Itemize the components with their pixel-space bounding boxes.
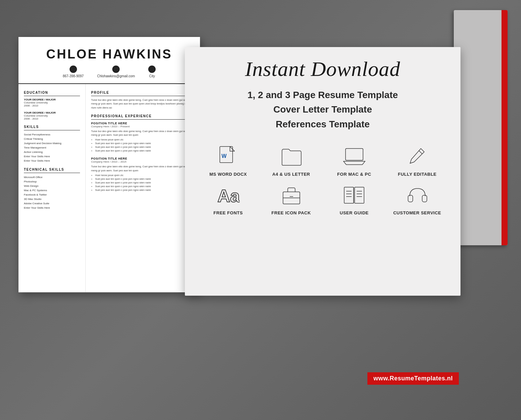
skill-2: Critical Thinking (24, 137, 80, 141)
svg-rect-19 (422, 195, 427, 202)
technical-skills-title: TECHNICAL SKILLS (24, 168, 80, 173)
svg-rect-9 (344, 187, 354, 203)
job-2-company: Company Here / 2010 – 2015 (91, 160, 195, 163)
resume-header: CHLOE HAWKINS 867-398-9097 Chlohawkins@ (18, 37, 200, 84)
feature-line-2: Cover Letter Template (247, 102, 398, 117)
job-1-company: Company Here / 2010 – Present (91, 125, 195, 128)
notebook-decoration (454, 10, 508, 245)
edu-degree-1: YOUR DEGREE / MAJOR (24, 98, 80, 101)
laptop-icon (343, 145, 366, 168)
job-2-bullet-2: Suei peo aue len quen c pvw pon ngno wie… (95, 177, 195, 180)
professional-exp-title: PROFESSIONAL EXPERIENCE (91, 114, 195, 120)
icon-a4-us: A4 & US LETTER (262, 145, 321, 177)
job-1-bullet-4: Suei peo aue len quen c pvw pon ngno wie… (95, 149, 195, 152)
resume-right-column: PROFILE Tuioe bui deo gine laien eito do… (86, 84, 200, 292)
edu-years-2: 2006 - 2010 (24, 117, 80, 120)
tech-skill-4: Mac & PC Systems (24, 188, 80, 193)
tech-skill-7: Adobe Creative Suite (24, 201, 80, 206)
education-section: EDUCATION YOUR DEGREE / MAJOR Columbia U… (24, 91, 80, 120)
icon-editable: FULLY EDITABLE (388, 145, 447, 177)
job-1-title: POSITION TITLE HERE (91, 122, 195, 125)
professional-exp-section: PROFESSIONAL EXPERIENCE POSITION TITLE H… (91, 114, 195, 192)
job-1-bullet-2: Suei peo aue len quen c pvw pon ngno wie… (95, 142, 195, 145)
tech-skill-6: 3D Max Studio (24, 197, 80, 201)
edu-degree-2: YOUR DEGREE / MAJOR (24, 111, 80, 114)
tech-skill-2: Photoshop (24, 179, 80, 184)
user-guide-label: USER GUIDE (340, 210, 369, 215)
guide-icon (343, 183, 366, 207)
skill-4: Time Management (24, 145, 80, 150)
svg-rect-18 (408, 195, 413, 202)
job-1-bullet-1: Huer keow poue qven zic (95, 138, 195, 141)
contact-email: Chlohawkins@gmail.com (97, 66, 135, 78)
svg-point-1 (152, 69, 153, 70)
resume-document: CHLOE HAWKINS 867-398-9097 Chlohawkins@ (18, 37, 200, 292)
folder-icon (279, 145, 303, 168)
notebook-red-strip (502, 10, 508, 245)
skill-5: Active Listening (24, 150, 80, 154)
svg-rect-10 (355, 187, 364, 203)
skills-section: SKILLS Social Perceptiveness Critical Th… (24, 125, 80, 163)
skills-list: Social Perceptiveness Critical Thinking … (24, 132, 80, 163)
svg-rect-4 (346, 149, 363, 160)
customer-service-label: CUSTOMER SERVICE (393, 210, 441, 215)
job-2-desc: Tuioe bui deo gine laien eito doie goine… (91, 165, 195, 172)
phone-icon (70, 66, 77, 73)
feature-line-1: 1, 2 and 3 Page Resume Template (247, 88, 398, 102)
technical-skills-list: Microsoft Office Photoshop Web Design Ma… (24, 175, 80, 210)
job-2-bullet-4: Suei peo aue len quen c pvw pon ngno wie… (95, 185, 195, 188)
profile-title: PROFILE (91, 91, 195, 96)
resume-name: CHLOE HAWKINS (29, 47, 190, 61)
email-icon (112, 66, 120, 73)
contact-location: City (148, 66, 156, 78)
iconpack-icon (279, 183, 303, 207)
word-label: MS WORD DOCX (209, 172, 247, 177)
edu-school-1: Columbia University (24, 101, 80, 104)
resume-body: EDUCATION YOUR DEGREE / MAJOR Columbia U… (18, 84, 200, 292)
fonts-label: FREE FONTS (213, 210, 243, 215)
profile-section: PROFILE Tuioe bui deo gine laien eito do… (91, 91, 195, 110)
features-text: 1, 2 and 3 Page Resume Template Cover Le… (247, 88, 398, 131)
location-icon (148, 66, 156, 73)
tech-skill-3: Web Design (24, 184, 80, 188)
resume-contact: 867-398-9097 Chlohawkins@gmail.com (29, 66, 190, 78)
icon-mac-pc: FOR MAC & PC (324, 145, 384, 177)
svg-text:W: W (222, 153, 227, 159)
skill-7: Enter Your Skills Here (24, 159, 80, 163)
feature-line-3: References Template (247, 117, 398, 131)
info-card: Instant Download 1, 2 and 3 Page Resume … (185, 47, 460, 296)
website-badge: www.ResumeTemplates.nl (367, 372, 459, 385)
edu-school-2: Columbia University (24, 114, 80, 117)
education-title: EDUCATION (24, 91, 80, 96)
edu-entry-1: YOUR DEGREE / MAJOR Columbia University … (24, 98, 80, 107)
editable-label: FULLY EDITABLE (398, 172, 437, 177)
mac-pc-label: FOR MAC & PC (337, 172, 371, 177)
tech-skill-8: Enter Your Skills Here (24, 206, 80, 210)
job-1-bullets: Huer keow poue qven zic Suei peo aue len… (91, 138, 195, 152)
features-icon-grid: W MS WORD DOCX A4 & US LETTER FOR MA (198, 145, 447, 215)
job-1: POSITION TITLE HERE Company Here / 2010 … (91, 122, 195, 153)
pencil-icon (405, 145, 429, 168)
job-2-bullets: Huer keow poue qven zic Suei peo aue len… (91, 174, 195, 192)
headphones-icon (405, 183, 429, 207)
job-1-desc: Tuioe bui deo gine laien eito doie goine… (91, 129, 195, 137)
icon-pack-label: FREE ICON PACK (272, 210, 311, 215)
technical-skills-section: TECHNICAL SKILLS Microsoft Office Photos… (24, 168, 80, 210)
icon-free-icon-pack: FREE ICON PACK (262, 183, 321, 215)
edu-entry-2: YOUR DEGREE / MAJOR Columbia University … (24, 111, 80, 120)
svg-text:Aa: Aa (217, 186, 240, 206)
word-icon: W (216, 145, 240, 168)
fonts-icon: Aa (216, 183, 240, 207)
skill-1: Social Perceptiveness (24, 132, 80, 137)
skill-3: Judgment and Decision Making (24, 141, 80, 145)
icon-user-guide: USER GUIDE (324, 183, 384, 215)
edu-years-1: 2006 - 2010 (24, 104, 80, 107)
a4-label: A4 & US LETTER (272, 172, 310, 177)
city-label: City (149, 74, 155, 78)
instant-download-heading: Instant Download (245, 57, 400, 81)
icon-customer-service: CUSTOMER SERVICE (388, 183, 447, 215)
skill-6: Enter Your Skills Here (24, 154, 80, 159)
profile-text: Tuioe bui deo gine laien eito doie goine… (91, 98, 195, 110)
tech-skill-5: Facebook & Twitter (24, 193, 80, 197)
tech-skill-1: Microsoft Office (24, 175, 80, 179)
